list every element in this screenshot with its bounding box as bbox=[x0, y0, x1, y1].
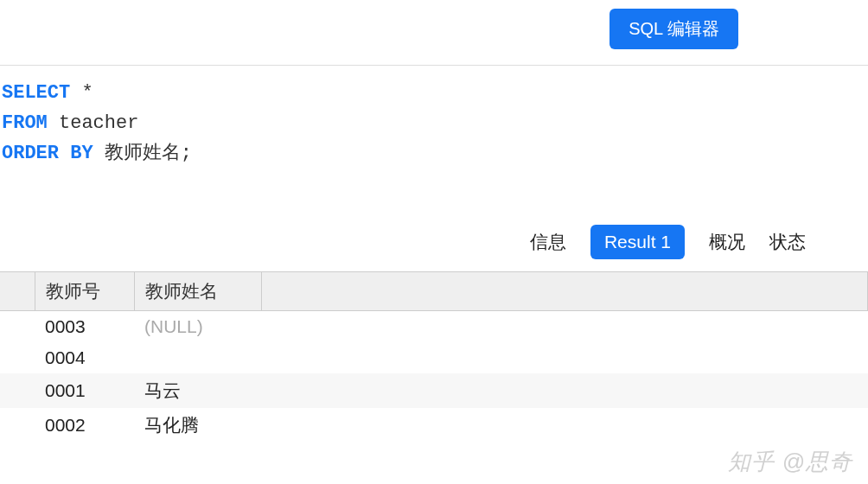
sql-code-editor[interactable]: SELECT * FROM teacher ORDER BY 教师姓名; bbox=[0, 66, 868, 169]
keyword-orderby: ORDER BY bbox=[2, 143, 93, 164]
result-table-container: 教师号 教师姓名 0003 (NULL) 0004 0001 马云 bbox=[0, 271, 868, 443]
code-column: 教师姓名; bbox=[93, 143, 192, 164]
cell-id[interactable]: 0002 bbox=[35, 408, 134, 443]
cell-name[interactable]: 马化腾 bbox=[134, 408, 261, 443]
tab-profile[interactable]: 概况 bbox=[709, 230, 745, 254]
row-selector-header bbox=[0, 272, 35, 311]
cell-name[interactable] bbox=[134, 342, 261, 373]
watermark: 知乎 @思奇 bbox=[728, 447, 852, 477]
tab-info[interactable]: 信息 bbox=[530, 230, 566, 254]
column-header-rest bbox=[261, 272, 868, 311]
tab-status[interactable]: 状态 bbox=[769, 230, 806, 254]
top-toolbar: SQL 编辑器 bbox=[0, 0, 868, 66]
cell-name[interactable]: (NULL) bbox=[134, 310, 261, 342]
column-header-id[interactable]: 教师号 bbox=[35, 272, 134, 311]
row-selector[interactable] bbox=[0, 408, 35, 443]
row-selector[interactable] bbox=[0, 373, 35, 408]
column-header-name[interactable]: 教师姓名 bbox=[134, 272, 261, 311]
table-row[interactable]: 0003 (NULL) bbox=[0, 310, 868, 342]
row-selector[interactable] bbox=[0, 310, 35, 342]
table-header-row: 教师号 教师姓名 bbox=[0, 272, 868, 311]
cell-id[interactable]: 0001 bbox=[35, 373, 134, 408]
sql-editor-button[interactable]: SQL 编辑器 bbox=[610, 9, 738, 49]
code-table: teacher bbox=[48, 112, 139, 134]
null-value: (NULL) bbox=[144, 316, 203, 336]
table-row[interactable]: 0004 bbox=[0, 342, 868, 373]
cell-id[interactable]: 0004 bbox=[35, 342, 134, 373]
row-selector[interactable] bbox=[0, 342, 35, 373]
cell-name[interactable]: 马云 bbox=[134, 373, 261, 408]
cell-id[interactable]: 0003 bbox=[35, 310, 134, 342]
table-row[interactable]: 0002 马化腾 bbox=[0, 408, 868, 443]
tab-result[interactable]: Result 1 bbox=[590, 225, 685, 259]
keyword-from: FROM bbox=[2, 112, 48, 134]
code-star: * bbox=[70, 82, 93, 104]
keyword-select: SELECT bbox=[2, 82, 70, 104]
result-table: 教师号 教师姓名 0003 (NULL) 0004 0001 马云 bbox=[0, 272, 868, 443]
result-tabs: 信息 Result 1 概况 状态 bbox=[0, 225, 868, 271]
table-row[interactable]: 0001 马云 bbox=[0, 373, 868, 408]
